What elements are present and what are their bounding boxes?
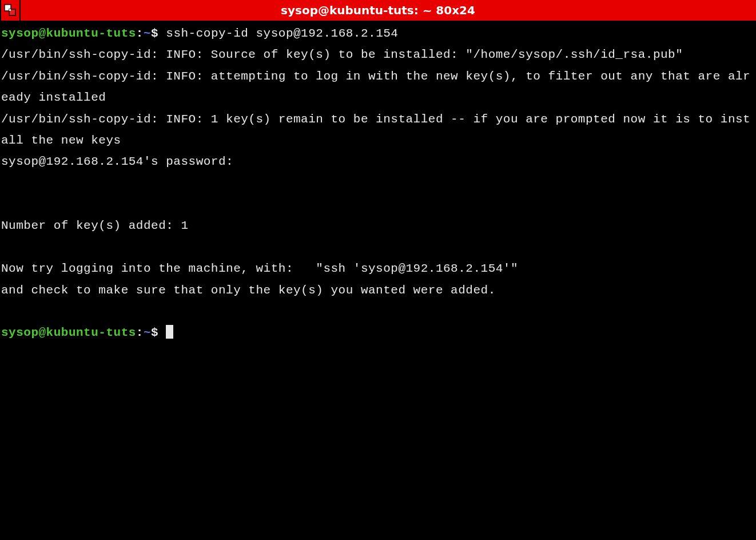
command-text: ssh-copy-id sysop@192.168.2.154 — [166, 27, 398, 40]
output-line: /usr/bin/ssh-copy-id: INFO: 1 key(s) rem… — [1, 113, 750, 147]
terminal-app-icon — [4, 4, 17, 17]
output-line: Number of key(s) added: 1 — [1, 219, 189, 232]
prompt-separator: : — [136, 326, 144, 339]
output-line: Now try logging into the machine, with: … — [1, 262, 518, 275]
blank-line — [1, 194, 755, 215]
blank-line — [1, 237, 755, 258]
prompt-dollar: $ — [151, 27, 166, 40]
blank-line — [1, 173, 755, 194]
prompt-user-host: sysop@kubuntu-tuts — [1, 27, 136, 40]
output-line: /usr/bin/ssh-copy-id: INFO: Source of ke… — [1, 48, 683, 61]
output-line: /usr/bin/ssh-copy-id: INFO: attempting t… — [1, 70, 750, 104]
terminal-area[interactable]: sysop@kubuntu-tuts:~$ ssh-copy-id sysop@… — [0, 21, 756, 346]
window-menu-icon[interactable] — [0, 0, 21, 21]
svg-rect-2 — [9, 9, 11, 11]
output-line: sysop@192.168.2.154's password: — [1, 155, 241, 168]
window-title: sysop@kubuntu-tuts: ~ 80x24 — [281, 3, 475, 17]
prompt-path: ~ — [144, 27, 151, 40]
prompt-line-2: sysop@kubuntu-tuts:~$ — [1, 326, 166, 339]
window-titlebar[interactable]: sysop@kubuntu-tuts: ~ 80x24 — [0, 0, 756, 21]
output-line: and check to make sure that only the key… — [1, 284, 496, 297]
terminal-cursor — [166, 325, 173, 339]
prompt-path: ~ — [144, 326, 151, 339]
prompt-dollar: $ — [151, 326, 166, 339]
prompt-user-host: sysop@kubuntu-tuts — [1, 326, 136, 339]
blank-line — [1, 301, 755, 322]
prompt-line-1: sysop@kubuntu-tuts:~$ ssh-copy-id sysop@… — [1, 27, 398, 40]
prompt-separator: : — [136, 27, 144, 40]
